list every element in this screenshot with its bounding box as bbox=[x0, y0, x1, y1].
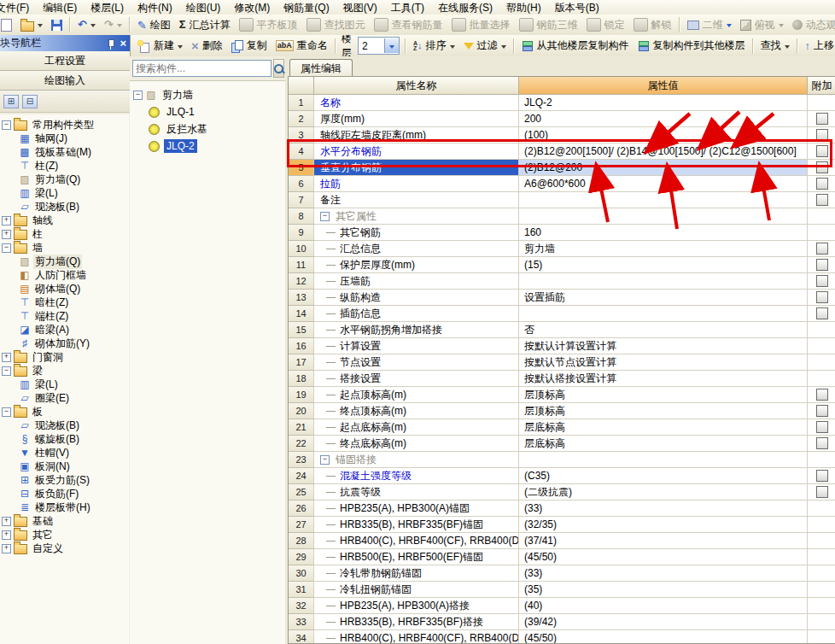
attach-checkbox[interactable] bbox=[816, 275, 828, 287]
property-value-cell[interactable]: 200 bbox=[519, 111, 808, 127]
attach-checkbox[interactable] bbox=[816, 259, 828, 271]
property-name-cell[interactable]: 混凝土强度等级 bbox=[314, 468, 519, 484]
menu-item-5[interactable]: 绘图(U) bbox=[179, 1, 228, 15]
search-input[interactable] bbox=[132, 60, 272, 77]
menu-item-9[interactable]: 工具(T) bbox=[384, 1, 431, 15]
pin-icon[interactable] bbox=[108, 39, 114, 47]
attach-checkbox[interactable] bbox=[816, 243, 828, 255]
property-value-cell[interactable]: A6@600*600 bbox=[519, 176, 808, 192]
property-value-cell[interactable]: 按默认计算设置计算 bbox=[519, 338, 808, 354]
property-name-cell[interactable]: 节点设置 bbox=[314, 354, 519, 371]
property-value-cell[interactable]: (C35) bbox=[519, 468, 808, 484]
menu-item-8[interactable]: 视图(V) bbox=[336, 1, 384, 15]
nav-item-row[interactable]: ▨剪力墙(Q) bbox=[0, 255, 129, 268]
property-name-cell[interactable]: 汇总信息 bbox=[314, 241, 519, 257]
draw-input-button[interactable]: 绘图输入 bbox=[0, 71, 130, 91]
floor-select[interactable]: 2 bbox=[358, 37, 400, 55]
attach-checkbox[interactable] bbox=[816, 145, 828, 157]
property-value-cell[interactable]: (37/41) bbox=[519, 533, 808, 549]
property-name-cell[interactable]: 压墙筋 bbox=[314, 273, 519, 290]
undo-button[interactable]: ↶ bbox=[73, 16, 100, 34]
nav-item-row[interactable]: §螺旋板(B) bbox=[0, 432, 129, 446]
nav-item-row[interactable]: ♯砌体加筋(Y) bbox=[0, 337, 129, 350]
property-value-cell[interactable]: (40) bbox=[519, 598, 808, 614]
nav-item-row[interactable]: ▨剪力墙(Q) bbox=[0, 173, 129, 186]
property-value-cell[interactable]: 按默认节点设置计算 bbox=[519, 354, 808, 371]
summary-calc-button[interactable]: Σ汇总计算 bbox=[175, 16, 235, 34]
property-value-cell[interactable] bbox=[519, 306, 808, 322]
property-value-cell[interactable]: (35) bbox=[519, 582, 808, 598]
property-name-cell[interactable]: 保护层厚度(mm) bbox=[314, 257, 519, 273]
nav-folder-row[interactable]: −梁 bbox=[0, 364, 129, 378]
attach-checkbox[interactable] bbox=[816, 113, 828, 125]
property-name-cell[interactable]: 抗震等级 bbox=[314, 484, 519, 501]
nav-folder-row[interactable]: +其它 bbox=[0, 528, 129, 542]
nav-item-row[interactable]: ⊞板受力筋(S) bbox=[0, 473, 129, 487]
expand-box-icon[interactable]: + bbox=[2, 353, 11, 362]
combo-arrow-button[interactable] bbox=[384, 38, 399, 53]
property-name-cell[interactable]: 起点顶标高(m) bbox=[314, 387, 519, 403]
property-name-cell[interactable]: 轴线距左墙皮距离(mm) bbox=[314, 127, 519, 143]
property-value-cell[interactable]: (2)B12@200[1500]/ (2)B14@100[1500]/ (2)C… bbox=[519, 143, 808, 160]
menu-item-3[interactable]: 楼层(L) bbox=[84, 1, 131, 15]
expand-box-icon[interactable]: + bbox=[2, 517, 11, 526]
nav-item-row[interactable]: ▱现浇板(B) bbox=[0, 419, 129, 432]
menu-item-12[interactable]: 版本号(B) bbox=[548, 1, 606, 15]
nav-folder-row[interactable]: −常用构件类型 bbox=[0, 118, 129, 132]
expand-box-icon[interactable]: + bbox=[2, 530, 11, 540]
open-file-button[interactable] bbox=[16, 16, 47, 34]
property-value-cell[interactable]: 否 bbox=[519, 322, 808, 338]
property-name-cell[interactable]: −其它属性 bbox=[314, 208, 519, 225]
property-name-cell[interactable]: 备注 bbox=[314, 192, 519, 208]
attach-checkbox[interactable] bbox=[816, 486, 828, 498]
component-list-item[interactable]: JLQ-2 bbox=[133, 138, 285, 155]
property-name-cell[interactable]: −锚固搭接 bbox=[314, 452, 519, 468]
search-button[interactable] bbox=[273, 59, 284, 78]
project-settings-button[interactable]: 工程设置 bbox=[0, 51, 130, 71]
attach-checkbox[interactable] bbox=[816, 389, 828, 401]
find-button[interactable]: 查找 bbox=[756, 37, 794, 55]
menu-item-1[interactable]: 文件(F) bbox=[0, 1, 36, 15]
property-name-cell[interactable]: 纵筋构造 bbox=[314, 290, 519, 306]
nav-item-row[interactable]: ▤砌体墙(Q) bbox=[0, 282, 129, 296]
expand-box-icon[interactable]: + bbox=[2, 216, 11, 225]
property-name-cell[interactable]: 冷轧扭钢筋锚固 bbox=[314, 582, 519, 598]
tab-property-edit[interactable]: 属性编辑 bbox=[289, 59, 353, 77]
collapse-box-icon[interactable]: − bbox=[320, 455, 330, 465]
property-value-cell[interactable]: 层底标高 bbox=[519, 436, 808, 452]
property-value-cell[interactable] bbox=[519, 192, 808, 208]
nav-item-row[interactable]: ⊤端柱(Z) bbox=[0, 309, 129, 323]
property-value-cell[interactable] bbox=[519, 208, 808, 225]
property-value-cell[interactable]: (二级抗震) bbox=[519, 484, 808, 501]
property-value-cell[interactable] bbox=[519, 452, 808, 468]
menu-item-11[interactable]: 帮助(H) bbox=[499, 1, 548, 15]
expand-box-icon[interactable]: + bbox=[2, 230, 11, 239]
attach-checkbox[interactable] bbox=[816, 470, 828, 482]
nav-item-row[interactable]: ▩筏板基础(M) bbox=[0, 145, 129, 159]
nav-item-row[interactable]: ▱圈梁(E) bbox=[0, 391, 129, 405]
expand-all-icon[interactable]: ⊞ bbox=[3, 95, 19, 108]
copy-from-floor-button[interactable]: 从其他楼层复制构件 bbox=[517, 37, 634, 55]
attach-checkbox[interactable] bbox=[816, 405, 828, 417]
attach-checkbox[interactable] bbox=[816, 437, 828, 449]
attach-checkbox[interactable] bbox=[816, 307, 828, 319]
property-value-cell[interactable]: (100) bbox=[519, 127, 808, 143]
property-name-cell[interactable]: 垂直分布钢筋 bbox=[314, 160, 519, 176]
new-file-button[interactable] bbox=[0, 16, 16, 34]
property-value-cell[interactable]: 层底标高 bbox=[519, 419, 808, 436]
property-name-cell[interactable]: 冷轧带肋钢筋锚固 bbox=[314, 565, 519, 582]
property-name-cell[interactable]: 搭接设置 bbox=[314, 371, 519, 387]
property-value-cell[interactable]: 层顶标高 bbox=[519, 403, 808, 419]
collapse-all-icon[interactable]: ⊟ bbox=[22, 95, 38, 108]
property-value-cell[interactable]: (39/42) bbox=[519, 614, 808, 630]
property-name-cell[interactable]: HPB235(A), HPB300(A)锚固 bbox=[314, 501, 519, 517]
property-value-cell[interactable]: 按默认搭接设置计算 bbox=[519, 371, 808, 387]
nav-folder-row[interactable]: −板 bbox=[0, 405, 129, 419]
property-value-cell[interactable]: 设置插筋 bbox=[519, 290, 808, 306]
property-name-cell[interactable]: HRB400(C), HRBF400(CF), RRB400(D)搭 bbox=[314, 630, 519, 644]
nav-item-row[interactable]: ▦轴网(J) bbox=[0, 132, 129, 145]
menu-item-4[interactable]: 构件(N) bbox=[131, 1, 179, 15]
collapse-box-icon[interactable]: − bbox=[133, 91, 143, 100]
menu-item-7[interactable]: 钢筋量(Q) bbox=[277, 1, 336, 15]
component-list-item[interactable]: JLQ-1 bbox=[133, 103, 285, 120]
